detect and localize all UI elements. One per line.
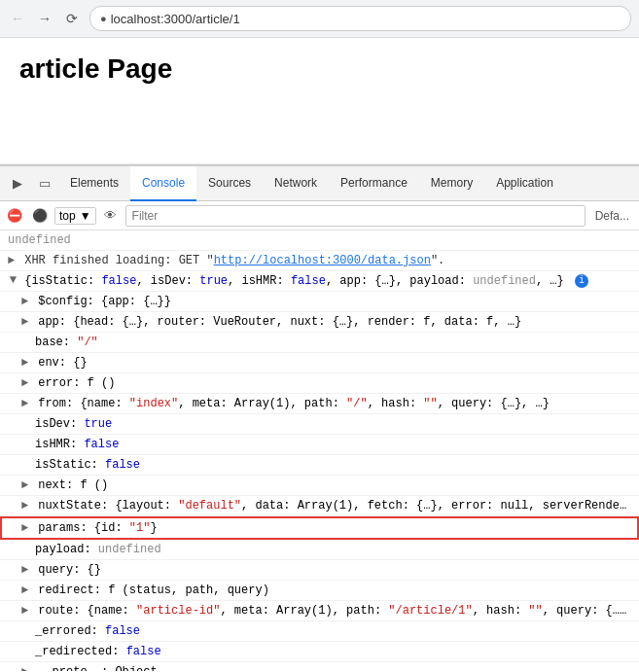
expand-arrow[interactable]: ► [21, 519, 31, 537]
page-title: article Page [19, 53, 620, 85]
tab-console[interactable]: Console [130, 166, 196, 201]
lock-icon: ● [100, 13, 107, 24]
url-text: localhost:3000/article/1 [111, 12, 240, 26]
refresh-button[interactable]: ⟳ [62, 9, 82, 28]
devtools-toolbar: ⛔ ⚫ top ▼ 👁 Defa... [0, 201, 639, 230]
expand-arrow[interactable]: ► [21, 497, 31, 514]
eye-button[interactable]: 👁 [100, 205, 122, 227]
console-line: ► from: {name: "index", meta: Array(1), … [0, 394, 639, 414]
block-button[interactable]: ⚫ [29, 205, 51, 227]
browser-toolbar: ← → ⟳ ● localhost:3000/article/1 [0, 0, 639, 38]
console-line: ► next: f () [0, 476, 639, 496]
chevron-down-icon: ▼ [80, 209, 91, 223]
devtools-panel: ▶ ▭ Elements Console Sources Network Per… [0, 164, 639, 671]
expand-arrow[interactable]: ► [4, 276, 21, 286]
console-line: ► env: {} [0, 353, 639, 373]
console-line: _redirected: false [0, 642, 639, 662]
console-output: undefined ► XHR finished loading: GET "h… [0, 230, 639, 671]
address-bar[interactable]: ● localhost:3000/article/1 [89, 6, 631, 31]
expand-arrow[interactable]: ► [21, 395, 31, 412]
console-line: ► {isStatic: false, isDev: true, isHMR: … [0, 271, 639, 292]
console-line: isStatic: false [0, 455, 639, 476]
console-line: ► $config: {app: {…}} [0, 292, 639, 312]
console-line: isHMR: false [0, 435, 639, 455]
expand-arrow[interactable]: ► [21, 582, 31, 599]
console-line: _errored: false [0, 621, 639, 642]
expand-arrow[interactable]: ► [21, 477, 31, 494]
console-line: ► error: f () [0, 373, 639, 394]
forward-button[interactable]: → [35, 9, 54, 28]
expand-arrow[interactable]: ► [21, 602, 31, 619]
context-label: top [59, 209, 76, 223]
tab-performance[interactable]: Performance [329, 166, 419, 201]
console-line: ► __proto__: Object [0, 662, 639, 671]
tab-network[interactable]: Network [263, 166, 329, 201]
console-line: ► redirect: f (status, path, query) [0, 581, 639, 601]
console-line: ► XHR finished loading: GET "http://loca… [0, 251, 639, 271]
expand-arrow[interactable]: ► [21, 663, 31, 671]
devtools-tabs: ▶ ▭ Elements Console Sources Network Per… [0, 166, 639, 201]
expand-arrow[interactable]: ► [21, 293, 31, 310]
params-line: ► params: {id: "1"} [0, 516, 639, 540]
tab-sources[interactable]: Sources [196, 166, 263, 201]
filter-input[interactable] [125, 205, 586, 227]
console-line: ► route: {name: "article-id", meta: Arra… [0, 601, 639, 621]
expand-arrow[interactable]: ► [21, 313, 31, 331]
xhr-link[interactable]: http://localhost:3000/data.json [214, 254, 431, 267]
console-line: undefined [0, 230, 639, 251]
console-line: isDev: true [0, 414, 639, 435]
expand-arrow[interactable]: ► [21, 561, 31, 579]
page-content: article Page [0, 38, 639, 164]
tab-memory[interactable]: Memory [419, 166, 484, 201]
console-line: ► nuxtState: {layout: "default", data: A… [0, 496, 639, 516]
default-levels-label: Defa... [589, 209, 635, 223]
back-button[interactable]: ← [8, 9, 27, 28]
expand-arrow[interactable]: ► [8, 252, 18, 269]
console-line: ► query: {} [0, 560, 639, 581]
mobile-icon[interactable]: ▭ [31, 166, 58, 201]
console-line: ► app: {head: {…}, router: VueRouter, nu… [0, 312, 639, 333]
console-line: base: "/" [0, 333, 639, 353]
context-selector[interactable]: top ▼ [54, 207, 96, 225]
info-icon: i [575, 274, 588, 288]
expand-arrow[interactable]: ► [21, 374, 31, 392]
tab-application[interactable]: Application [484, 166, 565, 201]
cursor-icon[interactable]: ▶ [4, 166, 31, 201]
clear-console-button[interactable]: ⛔ [4, 205, 25, 227]
expand-arrow[interactable]: ► [21, 354, 31, 371]
console-line: payload: undefined [0, 540, 639, 560]
tab-elements[interactable]: Elements [58, 166, 130, 201]
